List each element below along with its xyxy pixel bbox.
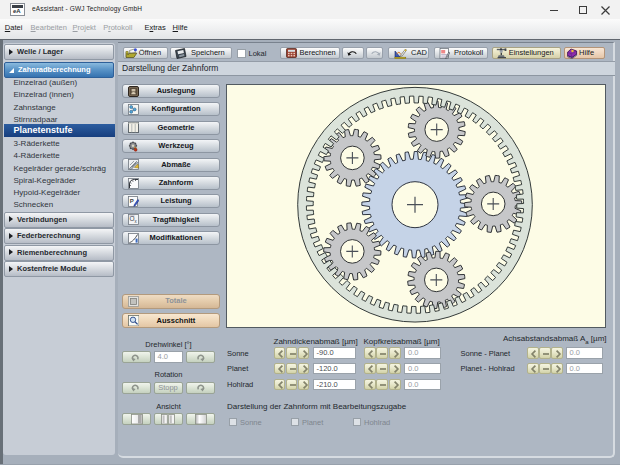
svg-text:P: P [129,197,133,203]
